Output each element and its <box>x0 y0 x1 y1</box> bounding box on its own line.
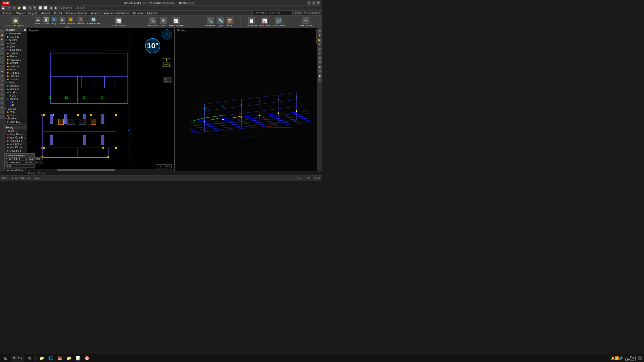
tree-item-tasarim2[interactable]: Tasarım <box>5 97 27 101</box>
tree2-item-proje[interactable]: Proje Hatala... <box>5 133 27 136</box>
rt-btn-12[interactable]: ⋮ <box>318 78 322 82</box>
ribbon-btn-analiz-modeli[interactable]: 🔗 Analiz Modeli <box>272 17 286 27</box>
ribbon-btn-radye-temel[interactable]: 🔄 Radye Temel+ <box>86 17 101 25</box>
close-button[interactable]: ✕ <box>316 1 320 5</box>
menu-araclar[interactable]: Araçlar <box>40 11 52 15</box>
rt-btn-7[interactable]: ⊟ <box>318 56 322 60</box>
tool-fillet[interactable]: ⌒ <box>0 115 4 119</box>
tool-circle[interactable]: ○ <box>0 56 4 60</box>
menu-raporlar[interactable]: Raporlar <box>132 11 145 15</box>
tool-zoom[interactable]: 🔍 <box>0 38 4 42</box>
komut-input[interactable] <box>38 172 160 175</box>
tree-item-modal[interactable]: Modal A... <box>5 87 27 91</box>
tree2-item-aciklama[interactable]: Açıklama B... <box>5 139 27 143</box>
ribbon-btn-duvar[interactable]: ▬ Duvar <box>34 17 42 25</box>
coord-l-input[interactable] <box>28 157 43 160</box>
ribbon-btn-betonarme2[interactable]: 🏗 Betonarme <box>147 17 158 27</box>
menu-cizimler[interactable]: Çizimler <box>146 11 159 15</box>
tool-scale[interactable]: ⤢ <box>0 101 4 105</box>
tool-layer[interactable]: ≡ <box>0 74 4 78</box>
3d-viewport[interactable]: 3D View <box>175 28 322 171</box>
minimize-button[interactable]: ─ <box>307 1 311 5</box>
rt-btn-4[interactable]: ✦ <box>318 42 322 46</box>
open-btn[interactable]: 📂 <box>17 6 21 10</box>
save-btn[interactable]: 💾 <box>1 6 6 10</box>
tree2-item-yapi-duz[interactable]: Yapı Düzeni... <box>5 146 27 149</box>
tool-snap[interactable]: ◈ <box>0 69 4 73</box>
tree-item-sunum[interactable]: Sünum I... <box>5 74 27 78</box>
tool-line[interactable]: ╱ <box>0 47 4 51</box>
tool-copy[interactable]: ⊞ <box>0 87 4 92</box>
ribbon-btn-modal-modeli[interactable]: 📊 Modal Modeli <box>258 17 271 27</box>
ribbon-btn-analiz-tasarim[interactable]: ✏ Analiz Tasarım <box>299 17 313 27</box>
tool-prop[interactable]: ℹ <box>0 78 4 82</box>
ribbon-btn-perde[interactable]: ▦ Perde <box>58 17 66 25</box>
tree2-item-yapi-ozel[interactable]: Yapı Özel B... <box>5 136 27 139</box>
tree2-item-diger[interactable]: ▶ Diğer Ç... <box>5 129 27 133</box>
rt-btn-10[interactable]: ⬡ <box>318 69 322 73</box>
maximize-button[interactable]: □ <box>312 1 315 5</box>
h-scrollbar[interactable] <box>27 169 174 171</box>
tool-trim[interactable]: ✁ <box>0 106 4 110</box>
coord-extra-input[interactable] <box>6 164 35 167</box>
menu-analiz-goruntuleme[interactable]: Analiz ve Tasarım Görüntüleme <box>90 11 131 15</box>
menu-tasarim[interactable]: Tasarım <box>1 11 14 15</box>
ribbon-btn-beton-cizim[interactable]: 🔧 Betonarme <box>205 17 216 27</box>
tree-item-mesnetl[interactable]: Mesnetl... <box>5 61 27 65</box>
tool-pan[interactable]: ⊕ <box>0 42 4 46</box>
sel1-btn[interactable]: ⬜ <box>38 6 43 10</box>
rt-btn-3[interactable]: 📐 <box>318 38 322 42</box>
ribbon-btn-kiris[interactable]: 🔷 Kiriş <box>50 17 58 25</box>
ribbon-btn-iskele-makro[interactable]: 📊 İskele Makrosu <box>111 17 126 27</box>
ribbon-btn-doseme[interactable]: 🔶 Döşeme <box>66 17 75 25</box>
ribbon-btn-celik-cizim[interactable]: 🔩 Çelik <box>217 17 225 27</box>
tool-rotate[interactable]: ↺ <box>0 97 4 101</box>
tree2-item-yapi-kat[interactable]: Yapı Kat ve... <box>5 143 27 146</box>
ribbon-btn-merdiven[interactable]: 🏃 Merdiven <box>76 17 86 25</box>
coord-y-input[interactable] <box>8 161 25 164</box>
redo-btn[interactable]: ↪ <box>12 6 16 10</box>
tool-select[interactable]: ↖ <box>0 29 4 33</box>
menu-alanlar[interactable]: Alanlar <box>52 11 64 15</box>
search-input[interactable] <box>252 11 293 15</box>
tree-item-x-mod[interactable]: X. Mod... <box>5 91 27 94</box>
ribbon-btn-secimli-rapor[interactable]: 📈 Seçimli Raporlar <box>168 17 184 27</box>
ribbon-btn-kolon[interactable]: 🔲 Kolon <box>42 17 50 25</box>
tree2-item-surekli[interactable]: Sürekli Tem... <box>5 169 27 171</box>
cad-viewport[interactable]: Perpektif 10° 1.11.0 (-1.99-) ⬆ (-1.44-)… <box>27 28 175 171</box>
tree2-item-dosemeler[interactable]: Döşemeler <box>5 149 27 152</box>
tool-cut[interactable]: ✂ <box>0 83 4 87</box>
tree-item-c30[interactable]: C30 B42 <box>5 35 27 38</box>
sel2-btn[interactable]: ⬜ <box>43 6 48 10</box>
rt-btn-5[interactable]: ⊙ <box>318 47 322 51</box>
rt-btn-2[interactable]: ◈ <box>318 33 322 37</box>
rt-btn-6[interactable]: ≡ <box>318 51 322 55</box>
new-btn[interactable]: 📄 <box>22 6 27 10</box>
ribbon-btn-celik[interactable]: ⚙ Çelik <box>159 17 168 27</box>
tree-item-beton[interactable]: Beton <box>5 42 27 45</box>
print-btn[interactable]: 🖨 <box>27 6 32 10</box>
rt-btn-8[interactable]: ⊠ <box>318 60 322 64</box>
menu-degistir[interactable]: Değiştir <box>27 11 39 15</box>
h-scrollbar-thumb[interactable] <box>57 169 115 171</box>
ribbon-btn-kats-model[interactable]: 📋 Kats Model <box>246 17 257 27</box>
back-btn[interactable]: ◀ <box>49 6 53 10</box>
rt-btn-9[interactable]: ◧ <box>318 65 322 69</box>
tool-move[interactable]: ✋ <box>0 33 4 37</box>
tree-item-f[interactable]: F... <box>5 101 27 104</box>
tree-item-kabukla[interactable]: Kabukla... <box>5 58 27 61</box>
tree-item-noktasal[interactable]: Noktasal... <box>5 65 27 68</box>
coord-a-input[interactable] <box>28 161 43 164</box>
fwd-btn[interactable]: ▶ <box>54 6 58 10</box>
tree-item-zam1[interactable]: Zam... <box>5 110 27 114</box>
tree-item-eleman[interactable]: Eleman <box>5 55 27 58</box>
ribbon-btn-iskele-cizim[interactable]: 📦 İskele <box>226 17 234 27</box>
tree-item-zaman[interactable]: ▶ Zaman <box>5 107 27 110</box>
coord-x-input[interactable] <box>8 157 25 160</box>
tree-item-malzemeler[interactable]: ▼ Malzemeler <box>5 32 27 35</box>
tool-dim[interactable]: ↔ <box>0 65 4 69</box>
tree-item-yaylar[interactable]: Yaylar <box>5 68 27 71</box>
tree-item-zam2[interactable]: Zam... <box>5 114 27 117</box>
rt-btn-11[interactable]: ⬢ <box>318 74 322 78</box>
menu-objeler[interactable]: Objeler <box>14 11 26 15</box>
